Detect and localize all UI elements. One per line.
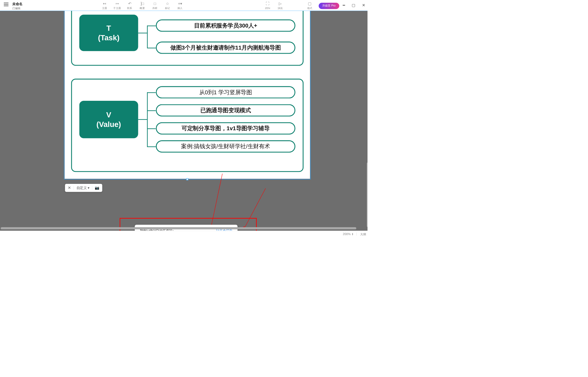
menu-button[interactable] [0,1,12,6]
horizontal-scrollbar-thumb[interactable] [1,227,356,229]
horizontal-scrollbar[interactable] [0,227,367,230]
statusbar: 200% ▴▾ 大纲 [0,231,367,236]
zoom-stepper-icon[interactable]: ▴▾ [352,233,353,235]
upgrade-button[interactable]: 升级至 Pro [318,3,339,9]
marker-icon: ☆ [166,1,169,6]
subtopic-button[interactable]: ↦ 子主题 [112,1,122,10]
relation-icon: ↶ [128,1,131,6]
summary-button[interactable]: ]□ 概要 [137,1,148,10]
divider [356,232,357,236]
outline-button[interactable]: 大纲 [360,232,366,236]
boundary-button[interactable]: □ 外框 [149,1,160,10]
marker-button[interactable]: ☆ 标记 [162,1,173,10]
canvas-area[interactable]: T (Task) 目前累积服务学员300人+ 做图3个月被生财邀请制作11月内测… [0,11,367,231]
value-child-3[interactable]: 案例:搞钱女孩/生财研学社/生财有术 [156,140,296,153]
topic-task[interactable]: T (Task) [79,15,138,51]
chevron-down-icon: ▾ [88,186,89,190]
divider [74,186,74,190]
topic-value[interactable]: V (Value) [79,101,138,138]
vertical-scrollbar-thumb[interactable] [367,162,368,227]
value-child-1[interactable]: 已跑通导图变现模式 [156,104,296,117]
hamburger-icon [4,3,9,6]
zoom-control[interactable]: 200% ▴▾ [343,232,353,236]
custom-dropdown[interactable]: 自定义 ▾ [76,186,89,190]
minimize-button[interactable]: ━ [343,4,345,7]
present-icon: ▷ [279,1,282,6]
task-child-0[interactable]: 目前累积服务学员300人+ [156,19,296,32]
insert-icon: +▾ [178,1,182,6]
task-child-1[interactable]: 做图3个月被生财邀请制作11月内测航海导图 [156,42,296,54]
close-button[interactable]: ✕ [362,4,365,7]
format-icon: ▢ [308,1,311,6]
zoom-level: 200% [343,232,351,236]
value-child-2[interactable]: 可定制分享导图，1v1导图学习辅导 [156,122,296,135]
topic-button[interactable]: ↤ 主题 [99,1,110,10]
window-controls: ━ ▢ ✕ [339,1,367,7]
toolbar-center: ↤ 主题 ↦ 子主题 ↶ 联系 ]□ 概要 □ 外框 ☆ 标记 [23,1,262,10]
value-child-0[interactable]: 从0到1 学习竖屏导图 [156,86,296,98]
filename: 未命名 [12,2,23,6]
maximize-button[interactable]: ▢ [352,4,355,7]
title-block: 未命名 已编辑 [12,1,23,10]
relation-button[interactable]: ↶ 联系 [124,1,135,10]
format-button[interactable]: ▢ 格式 [304,1,315,10]
boundary-icon: □ [154,1,156,6]
vertical-scrollbar[interactable] [367,11,368,231]
summary-icon: ]□ [141,1,144,6]
insert-button[interactable]: +▾ 插入 [174,1,185,10]
zen-icon: ⛶ [266,1,270,6]
float-close-button[interactable]: ✕ [68,186,71,190]
subtopic-icon: ↦ [116,1,119,6]
toolbar-right: ⛶ ZEN ▷ 演说 ▢ 格式 升级至 Pro [262,1,339,10]
present-button[interactable]: ▷ 演说 [275,1,286,10]
zen-button[interactable]: ⛶ ZEN [262,1,273,9]
titlebar: 未命名 已编辑 ↤ 主题 ↦ 子主题 ↶ 联系 ]□ 概要 □ 外框 [0,0,367,11]
float-toolbar: ✕ 自定义 ▾ 📷 [65,184,102,192]
edit-status: 已编辑 [12,7,23,10]
snapshot-button[interactable]: 📷 [95,186,99,190]
divider [92,186,92,190]
topic-icon: ↤ [103,1,106,6]
